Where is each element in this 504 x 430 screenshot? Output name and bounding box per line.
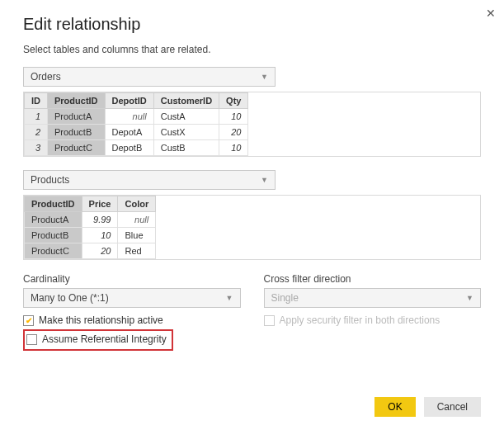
dialog-subtitle: Select tables and columns that are relat… bbox=[23, 44, 481, 55]
table-row[interactable]: ProductC 20 Red bbox=[25, 243, 156, 259]
checkbox-unchecked-icon bbox=[26, 334, 37, 345]
table1-header-depotid[interactable]: DepotID bbox=[105, 93, 153, 109]
security-checkbox-row: Apply security filter in both directions bbox=[264, 314, 482, 326]
cardinality-label: Cardinality bbox=[23, 273, 241, 285]
table1-select-value: Orders bbox=[31, 71, 61, 83]
crossfilter-value: Single bbox=[271, 292, 299, 304]
cardinality-select[interactable]: Many to One (*:1) ▼ bbox=[23, 288, 241, 308]
table-row[interactable]: ProductB 10 Blue bbox=[25, 228, 156, 243]
chevron-down-icon: ▼ bbox=[261, 73, 268, 81]
referential-highlight: Assume Referential Integrity bbox=[23, 329, 173, 351]
chevron-down-icon: ▼ bbox=[226, 294, 233, 302]
chevron-down-icon: ▼ bbox=[261, 176, 268, 184]
referential-label: Assume Referential Integrity bbox=[42, 333, 167, 345]
close-icon[interactable]: ✕ bbox=[486, 7, 496, 20]
active-checkbox-row[interactable]: ✔ Make this relationship active bbox=[23, 314, 241, 326]
table1-header-productid[interactable]: ProductID bbox=[48, 93, 106, 109]
active-label: Make this relationship active bbox=[39, 314, 163, 326]
ok-button[interactable]: OK bbox=[374, 397, 415, 417]
checkbox-checked-icon: ✔ bbox=[23, 315, 34, 326]
cancel-button[interactable]: Cancel bbox=[424, 397, 481, 417]
table1-header-qty[interactable]: Qty bbox=[219, 93, 248, 109]
referential-checkbox-row[interactable]: Assume Referential Integrity bbox=[26, 333, 167, 345]
crossfilter-select: Single ▼ bbox=[264, 288, 482, 308]
table-row[interactable]: 1 ProductA null CustA 10 bbox=[25, 109, 248, 125]
cardinality-value: Many to One (*:1) bbox=[31, 292, 109, 304]
table1-select[interactable]: Orders ▼ bbox=[23, 67, 276, 87]
table2-grid[interactable]: ProductID Price Color ProductA 9.99 null… bbox=[23, 195, 481, 260]
security-label: Apply security filter in both directions bbox=[280, 314, 440, 326]
checkbox-disabled-icon bbox=[264, 315, 275, 326]
table2-select[interactable]: Products ▼ bbox=[23, 170, 276, 190]
crossfilter-label: Cross filter direction bbox=[264, 273, 482, 285]
table-row[interactable]: 2 ProductB DepotA CustX 20 bbox=[25, 125, 248, 140]
table1-header-id[interactable]: ID bbox=[25, 93, 48, 109]
table2-header-color[interactable]: Color bbox=[118, 196, 156, 212]
table-row[interactable]: ProductA 9.99 null bbox=[25, 212, 156, 228]
table2-select-value: Products bbox=[31, 174, 69, 186]
table2-header-price[interactable]: Price bbox=[82, 196, 118, 212]
dialog-title: Edit relationship bbox=[23, 15, 481, 34]
table1-grid[interactable]: ID ProductID DepotID CustomerID Qty 1 Pr… bbox=[23, 92, 481, 157]
chevron-down-icon: ▼ bbox=[466, 294, 473, 302]
table2-header-productid[interactable]: ProductID bbox=[25, 196, 82, 212]
table1-header-customerid[interactable]: CustomerID bbox=[153, 93, 219, 109]
table-row[interactable]: 3 ProductC DepotB CustB 10 bbox=[25, 140, 248, 156]
